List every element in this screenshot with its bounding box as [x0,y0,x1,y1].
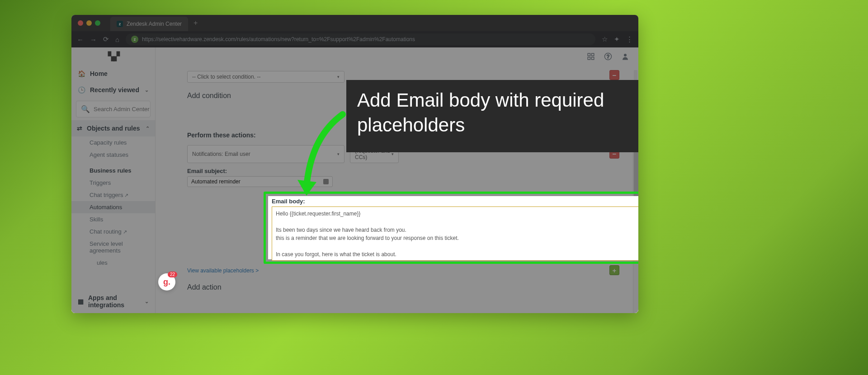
help-icon[interactable]: ? [604,52,612,61]
sidebar: ▚▞ 🏠 Home 🕒 Recently viewed ⌄ 🔍 ⇄ Object… [71,47,156,313]
chevron-down-icon: ⌄ [145,87,149,93]
maximize-window-icon[interactable] [95,20,100,26]
action-type-value: Notifications: Email user [192,151,250,157]
sidebar-item-capacity-rules[interactable]: Capacity rules [71,136,155,149]
browser-window: Zendesk Admin Center + ← → ⟳ ⌂ https://s… [71,15,638,313]
grammarly-badge[interactable]: 22 [158,273,175,291]
svg-marker-7 [297,180,316,196]
nav-home[interactable]: 🏠 Home [71,66,155,82]
sidebar-item-skills[interactable]: Skills [71,213,155,225]
sidebar-item-chat-triggers[interactable]: Chat triggers↗ [71,189,155,201]
tab-title: Zendesk Admin Center [127,21,182,27]
window-controls [71,20,107,26]
email-subject-label: Email subject: [187,168,625,174]
apps-grid-icon: ▦ [78,298,84,305]
home-icon[interactable]: ⌂ [115,36,119,43]
external-link-icon: ↗ [124,192,128,198]
nav-recent-label: Recently viewed [90,86,139,94]
reload-icon[interactable]: ⟳ [103,35,109,43]
top-toolbar: ? [578,47,638,66]
email-body-highlight: Email body: [264,192,638,264]
condition-select[interactable]: -- Click to select condition. -- ▾ [187,71,344,83]
sidebar-item-label: Chat triggers [90,192,123,198]
forward-icon[interactable]: → [90,36,97,43]
remove-condition-button[interactable]: − [609,70,619,80]
search-admin-center[interactable]: 🔍 [76,101,151,117]
clock-icon: 🕒 [78,86,85,94]
chevron-down-icon: ⌄ [145,299,149,305]
back-icon[interactable]: ← [77,36,84,43]
sidebar-item-triggers[interactable]: Triggers [71,177,155,189]
annotation-arrow-icon [293,110,356,200]
svg-point-6 [624,54,627,56]
menu-icon[interactable]: ⋮ [626,35,633,43]
url-field[interactable]: https://selectivehardware.zendesk.com/ru… [126,33,595,45]
minimize-window-icon[interactable] [86,20,92,26]
nav-recently-viewed[interactable]: 🕒 Recently viewed ⌄ [71,82,155,98]
chevron-up-icon: ⌃ [146,126,150,131]
rules-icon: ⇄ [77,125,82,132]
add-action-button[interactable]: + [609,265,619,275]
section-objects-rules[interactable]: ⇄ Objects and rules ⌃ [71,120,155,136]
search-icon: 🔍 [81,105,90,113]
svg-rect-0 [588,53,590,56]
section-label: Objects and rules [87,125,140,132]
view-placeholders-link[interactable]: View available placeholders > [187,267,259,274]
grammarly-count: 22 [168,272,177,277]
profile-icon[interactable] [621,52,629,61]
svg-rect-3 [592,57,594,60]
sidebar-item-agent-statuses[interactable]: Agent statuses [71,149,155,161]
sidebar-item-rules-partial[interactable]: ules [71,257,155,269]
close-window-icon[interactable] [78,20,83,26]
address-bar: ← → ⟳ ⌂ https://selectivehardware.zendes… [71,31,638,47]
external-link-icon: ↗ [123,229,127,234]
apps-grid-icon[interactable] [587,52,595,61]
email-subject-value: Automated reminder [191,178,241,185]
nav-home-label: Home [90,70,108,77]
zendesk-logo: ▚▞ [71,47,155,66]
browser-tab[interactable]: Zendesk Admin Center [110,17,188,31]
caret-down-icon: ▾ [337,75,340,79]
sidebar-group-business-rules[interactable]: Business rules [71,164,155,177]
bookmark-star-icon[interactable]: ☆ [602,35,608,43]
sidebar-item-automations[interactable]: Automations [71,201,155,213]
tab-bar: Zendesk Admin Center + [71,15,638,31]
svg-rect-2 [588,57,590,60]
new-tab-button[interactable]: + [188,19,203,27]
site-identity-icon [131,36,138,43]
caret-down-icon: ▾ [392,152,394,156]
sidebar-item-sla[interactable]: Service level agreements [71,238,155,257]
email-body-textarea[interactable] [272,206,638,261]
condition-placeholder: -- Click to select condition. -- [192,74,260,80]
nav-apps-integrations[interactable]: ▦ Apps and integrations ⌄ [71,290,155,313]
home-icon: 🏠 [78,70,85,77]
sidebar-item-label: Chat routing [90,228,122,235]
zendesk-favicon-icon [117,21,123,27]
annotation-callout: Add Email body with required placeholder… [346,80,638,152]
sidebar-item-chat-routing[interactable]: Chat routing↗ [71,225,155,238]
svg-text:?: ? [607,54,609,59]
url-text: https://selectivehardware.zendesk.com/ru… [142,36,415,42]
nav-apps-label: Apps and integrations [88,294,140,309]
add-action-heading: Add action [187,283,625,291]
svg-rect-1 [592,53,594,56]
extensions-icon[interactable]: ✦ [614,35,620,43]
